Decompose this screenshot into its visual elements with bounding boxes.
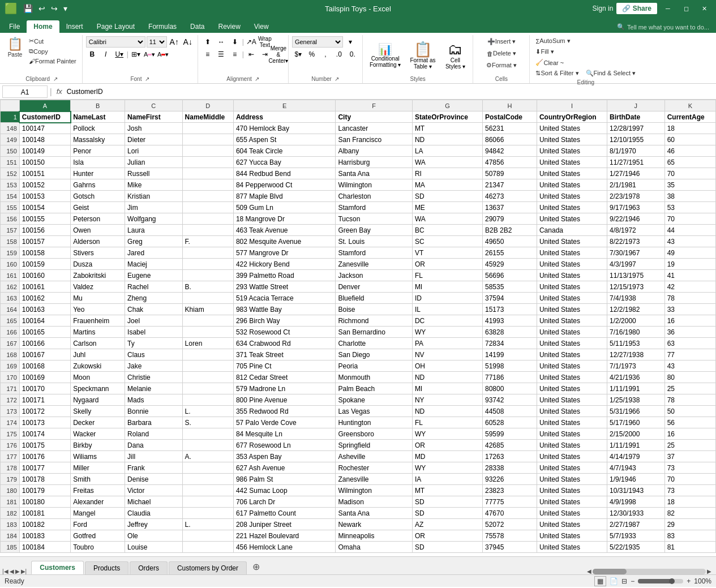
cell-171-0[interactable]: 100170 xyxy=(19,383,70,394)
cell-184-10[interactable]: 83 xyxy=(664,530,715,542)
cell-179-5[interactable]: Zanesville xyxy=(336,474,412,485)
cell-178-5[interactable]: Rochester xyxy=(336,462,412,474)
cell-172-10[interactable]: 78 xyxy=(664,394,715,406)
cell-156-8[interactable]: United States xyxy=(537,213,607,225)
cell-155-2[interactable]: Jim xyxy=(125,202,183,213)
cell-149-1[interactable]: Massalsky xyxy=(71,134,125,145)
cell-172-6[interactable]: NY xyxy=(412,394,482,406)
cell-166-5[interactable]: San Bernardino xyxy=(336,327,412,338)
cell-184-9[interactable]: 5/7/1933 xyxy=(607,530,665,542)
cell-182-5[interactable]: Santa Ana xyxy=(336,508,412,519)
cell-153-6[interactable]: MA xyxy=(412,179,482,191)
cell-161-10[interactable]: 41 xyxy=(664,270,715,281)
close-button[interactable]: ✕ xyxy=(697,3,711,14)
cell-177-9[interactable]: 4/14/1979 xyxy=(607,451,665,462)
cell-170-4[interactable]: 812 Cedar Street xyxy=(233,372,336,383)
cell-148-1[interactable]: Pollock xyxy=(71,123,125,134)
grid-scroll[interactable]: A B C D E F G H I J K 1 CustomerID xyxy=(0,100,716,556)
cell-185-1[interactable]: Toubro xyxy=(71,542,125,553)
cell-170-5[interactable]: Monmouth xyxy=(336,372,412,383)
cell-183-5[interactable]: Newark xyxy=(336,519,412,530)
cell-165-6[interactable]: DC xyxy=(412,315,482,327)
cell-G1[interactable]: StateOrProvince xyxy=(412,111,482,123)
cell-163-5[interactable]: Bluefield xyxy=(336,293,412,304)
cell-183-10[interactable]: 29 xyxy=(664,519,715,530)
cell-172-9[interactable]: 1/25/1938 xyxy=(607,394,665,406)
cell-166-3[interactable] xyxy=(182,327,233,338)
cell-174-9[interactable]: 5/17/1960 xyxy=(607,417,665,428)
cell-151-10[interactable]: 65 xyxy=(664,157,715,168)
cell-166-4[interactable]: 532 Rosewood Ct xyxy=(233,327,336,338)
cell-148-8[interactable]: United States xyxy=(537,123,607,134)
merge-center-button[interactable]: Merge & Center▾ xyxy=(272,49,285,60)
cell-165-9[interactable]: 1/2/2000 xyxy=(607,315,665,327)
cell-185-2[interactable]: Louise xyxy=(125,542,183,553)
sheet-scroll-left-button[interactable]: |◀ xyxy=(2,568,8,574)
cell-185-0[interactable]: 100184 xyxy=(19,542,70,553)
cell-173-4[interactable]: 355 Redwood Rd xyxy=(233,406,336,417)
align-right-button[interactable]: ≡ xyxy=(229,49,241,60)
restore-button[interactable]: ◻ xyxy=(679,3,693,14)
cell-175-6[interactable]: WY xyxy=(412,428,482,440)
cell-179-7[interactable]: 93226 xyxy=(483,474,537,485)
cell-181-5[interactable]: Madison xyxy=(336,496,412,508)
col-header-I[interactable]: I xyxy=(537,100,607,111)
col-header-G[interactable]: G xyxy=(412,100,482,111)
cell-153-8[interactable]: United States xyxy=(537,179,607,191)
cell-162-7[interactable]: 58535 xyxy=(483,281,537,293)
align-center-button[interactable]: ☰ xyxy=(215,49,228,60)
cell-158-0[interactable]: 100157 xyxy=(19,236,70,247)
cell-F1[interactable]: City xyxy=(336,111,412,123)
zoom-in-button[interactable]: + xyxy=(687,577,691,585)
cell-178-3[interactable] xyxy=(182,462,233,474)
cell-150-1[interactable]: Penor xyxy=(71,145,125,157)
cell-181-10[interactable]: 18 xyxy=(664,496,715,508)
cell-152-5[interactable]: Santa Ana xyxy=(336,168,412,179)
cell-152-4[interactable]: 844 Redbud Bend xyxy=(233,168,336,179)
save-qat-button[interactable]: 💾 xyxy=(22,4,35,13)
cell-157-7[interactable]: B2B 2B2 xyxy=(483,225,537,236)
cell-156-0[interactable]: 100155 xyxy=(19,213,70,225)
cell-184-7[interactable]: 75578 xyxy=(483,530,537,542)
cell-185-6[interactable]: SD xyxy=(412,542,482,553)
cell-180-9[interactable]: 10/31/1943 xyxy=(607,485,665,496)
cell-160-10[interactable]: 19 xyxy=(664,259,715,270)
cell-181-9[interactable]: 4/9/1998 xyxy=(607,496,665,508)
cell-150-2[interactable]: Lori xyxy=(125,145,183,157)
col-header-H[interactable]: H xyxy=(483,100,537,111)
cell-169-9[interactable]: 7/1/1973 xyxy=(607,360,665,372)
cell-167-4[interactable]: 634 Crabwood Rd xyxy=(233,338,336,349)
cell-152-1[interactable]: Hunter xyxy=(71,168,125,179)
cell-184-8[interactable]: United States xyxy=(537,530,607,542)
cell-152-2[interactable]: Russell xyxy=(125,168,183,179)
border-button[interactable]: ⊞▾ xyxy=(130,49,142,60)
cell-155-10[interactable]: 53 xyxy=(664,202,715,213)
sheet-tab-products[interactable]: Products xyxy=(85,561,128,574)
cell-173-8[interactable]: United States xyxy=(537,406,607,417)
cell-154-10[interactable]: 38 xyxy=(664,191,715,202)
cell-156-7[interactable]: 29079 xyxy=(483,213,537,225)
cell-152-10[interactable]: 70 xyxy=(664,168,715,179)
cell-177-1[interactable]: Wiliams xyxy=(71,451,125,462)
cell-179-6[interactable]: IA xyxy=(412,474,482,485)
cell-149-0[interactable]: 100148 xyxy=(19,134,70,145)
cell-150-0[interactable]: 100149 xyxy=(19,145,70,157)
accounting-format-button[interactable]: $▾ xyxy=(292,49,305,60)
cell-151-8[interactable]: United States xyxy=(537,157,607,168)
delete-cells-button[interactable]: 🗑 Delete ▾ xyxy=(484,48,519,59)
cell-148-6[interactable]: MT xyxy=(412,123,482,134)
comma-style-button[interactable]: , xyxy=(319,49,332,60)
cell-A1[interactable]: CustomerID xyxy=(19,111,70,123)
cell-182-0[interactable]: 100181 xyxy=(19,508,70,519)
cell-185-5[interactable]: Omaha xyxy=(336,542,412,553)
cell-156-6[interactable]: WA xyxy=(412,213,482,225)
cell-181-4[interactable]: 706 Larch Dr xyxy=(233,496,336,508)
cell-175-1[interactable]: Wacker xyxy=(71,428,125,440)
cell-185-7[interactable]: 37945 xyxy=(483,542,537,553)
cell-149-2[interactable]: Dieter xyxy=(125,134,183,145)
cell-163-8[interactable]: United States xyxy=(537,293,607,304)
col-header-K[interactable]: K xyxy=(664,100,715,111)
col-header-J[interactable]: J xyxy=(607,100,665,111)
cell-174-4[interactable]: 57 Palo Verde Cove xyxy=(233,417,336,428)
insert-cells-button[interactable]: ➕ Insert ▾ xyxy=(485,36,519,47)
